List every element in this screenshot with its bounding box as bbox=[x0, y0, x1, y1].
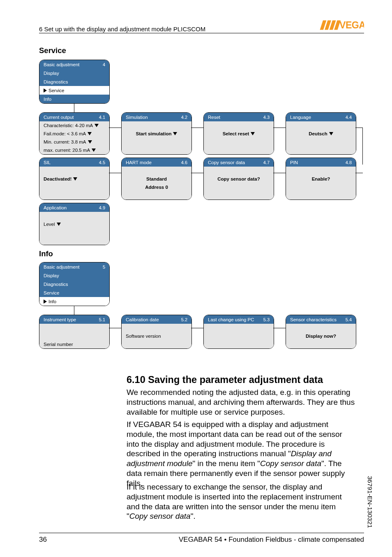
menu-row: Display bbox=[39, 271, 109, 280]
box-pin: PIN4.8 Enable? bbox=[286, 158, 356, 200]
box-application: Application4.9 Level bbox=[39, 203, 110, 245]
menu-row: Basic adjustment4 bbox=[39, 60, 109, 69]
svg-text:VEGA: VEGA bbox=[339, 20, 364, 30]
box-copy: Copy sensor data4.7 Copy sensor data? bbox=[203, 158, 274, 200]
doc-id-vertical: 36791-EN-130321 bbox=[366, 476, 374, 528]
paragraph-2: If VEGABAR 54 is equipped with a display… bbox=[127, 420, 357, 488]
menu-row: Info bbox=[39, 95, 109, 103]
connector bbox=[109, 128, 121, 128]
box-sensor-char: Sensor characteristics5.4 Display now? bbox=[286, 315, 356, 349]
box-sil: SIL4.5 Deactivated! bbox=[39, 158, 110, 200]
connector bbox=[74, 104, 74, 113]
service-heading: Service bbox=[39, 46, 66, 55]
box-last-change: Last change using PC5.3 bbox=[203, 315, 274, 349]
menu-row: Diagnostics bbox=[39, 77, 109, 86]
menu-row: Display bbox=[39, 69, 109, 77]
connector bbox=[109, 328, 121, 328]
connector bbox=[273, 128, 286, 128]
footer-text: VEGABAR 54 • Foundation Fieldbus - clima… bbox=[179, 536, 364, 544]
heading-610: 6.10 Saving the parameter adjustment dat… bbox=[127, 374, 323, 385]
box-simulation: Simulation4.2 Start simulation bbox=[121, 112, 192, 155]
connector bbox=[355, 173, 363, 173]
box-reset: Reset4.3 Select reset bbox=[203, 112, 274, 155]
menu-info: Basic adjustment5 Display Diagnostics Se… bbox=[39, 262, 110, 306]
connector bbox=[191, 328, 203, 328]
connector bbox=[273, 328, 286, 328]
box-current-output: Current output4.1 Characteristic: 4-20 m… bbox=[39, 112, 110, 155]
box-language: Language4.4 Deutsch bbox=[286, 112, 356, 155]
connector bbox=[273, 173, 286, 173]
connector bbox=[191, 128, 203, 128]
header-text: 6 Set up with the display and adjustment… bbox=[39, 26, 205, 32]
connector bbox=[191, 173, 203, 173]
box-instrument-type: Instrument type5.1 Serial number bbox=[39, 315, 110, 349]
box-hart: HART mode4.6 Standard Address 0 bbox=[121, 158, 192, 200]
connector bbox=[109, 173, 121, 173]
page-number: 36 bbox=[39, 536, 47, 544]
connector bbox=[362, 128, 363, 165]
box-calibration: Calibration date5.2 Software version bbox=[121, 315, 192, 349]
menu-service: Basic adjustment4 Display Diagnostics Se… bbox=[39, 60, 110, 104]
info-heading: Info bbox=[39, 249, 53, 258]
menu-row: Service bbox=[39, 288, 109, 297]
header-rule bbox=[39, 33, 364, 33]
vega-logo: VEGA bbox=[315, 19, 364, 33]
footer-rule bbox=[39, 533, 364, 533]
paragraph-1: We recommended noting the adjusted data,… bbox=[127, 388, 357, 417]
menu-row-selected: Info bbox=[39, 297, 109, 306]
connector bbox=[74, 306, 74, 315]
paragraph-3: If it is necessary to exchange the senso… bbox=[127, 482, 357, 521]
menu-row-selected: Service bbox=[39, 86, 109, 95]
connector bbox=[355, 128, 363, 128]
menu-row: Basic adjustment5 bbox=[39, 262, 109, 271]
menu-row: Diagnostics bbox=[39, 280, 109, 288]
